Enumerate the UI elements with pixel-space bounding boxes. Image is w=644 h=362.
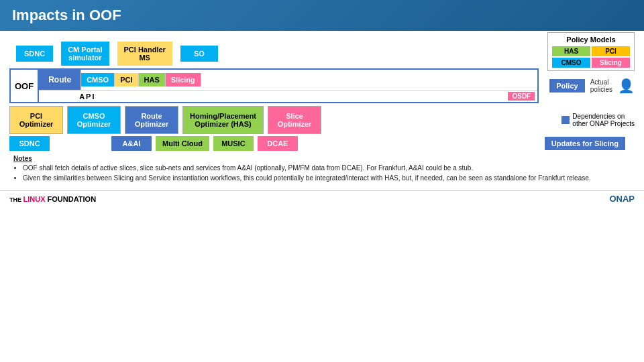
slicing-cell: Slicing	[166, 73, 201, 86]
pci-handler-box: PCI Handler MS	[117, 42, 172, 66]
pm-cmso: CMSO	[552, 58, 590, 68]
dcae-service: DCAE	[258, 136, 298, 151]
note-item-1: OOF shall fetch details of active slices…	[23, 164, 631, 172]
route-cell: Route	[39, 70, 81, 90]
sdnc-box: SDNC	[16, 46, 53, 62]
dependencies-note: Dependencies on other ONAP Projects	[572, 113, 635, 127]
music-service: MUSIC	[213, 136, 254, 151]
pci-optimizer: PCI Optimizer	[9, 106, 63, 134]
pci-cell: PCI	[115, 73, 138, 86]
onap-logo: ONAP	[609, 194, 635, 204]
main-content: Policy Models HAS PCI CMSO Slicing SDNC …	[0, 31, 644, 189]
policy-box: Policy	[549, 79, 584, 93]
pm-pci: PCI	[592, 46, 630, 56]
actual-policies-text: Actual policies	[590, 78, 612, 93]
notes-section: Notes OOF shall fetch details of active …	[9, 155, 635, 182]
osdf-badge: OSDF	[508, 92, 535, 101]
has-cell: HAS	[139, 73, 166, 86]
oof-outer-box: OOF Route CMSO PCI HAS Slicing API OSDF	[9, 68, 539, 103]
aai-service: A&AI	[111, 136, 152, 151]
pm-slicing: Slicing	[592, 58, 630, 68]
person-icon: 👤	[618, 78, 635, 94]
page-title: Impacts in OOF	[12, 7, 632, 24]
cmso-optimizer: CMSO Optimizer	[67, 106, 121, 134]
sdnc-service: SDNC	[9, 136, 50, 151]
cmso-cell: CMSO	[81, 73, 115, 86]
cm-portal-box: CM Portal simulator	[61, 42, 109, 66]
footer: THE LINUX FOUNDATION ONAP	[0, 190, 644, 206]
so-box: SO	[180, 46, 218, 62]
multicloud-service: Multi Cloud	[156, 136, 209, 151]
note-item-2: Given the similarities between Slicing a…	[23, 174, 631, 182]
policy-models-title: Policy Models	[552, 36, 630, 44]
pm-has: HAS	[552, 46, 590, 56]
oof-label: OOF	[11, 70, 39, 102]
notes-title: Notes	[13, 155, 631, 162]
linux-foundation-logo: THE LINUX FOUNDATION	[9, 195, 96, 203]
policy-models-box: Policy Models HAS PCI CMSO Slicing	[547, 32, 635, 71]
slice-optimizer: Slice Optimizer	[268, 106, 321, 134]
dep-square	[561, 116, 570, 124]
top-components-row: SDNC CM Portal simulator PCI Handler MS …	[9, 42, 635, 66]
updates-badge: Updates for Slicing	[545, 137, 625, 150]
homing-optimizer: Homing/Placement Optimizer (HAS)	[182, 106, 264, 134]
api-label: API	[79, 93, 95, 101]
header: Impacts in OOF	[0, 0, 644, 31]
route-optimizer: Route Optimizer	[125, 106, 178, 134]
